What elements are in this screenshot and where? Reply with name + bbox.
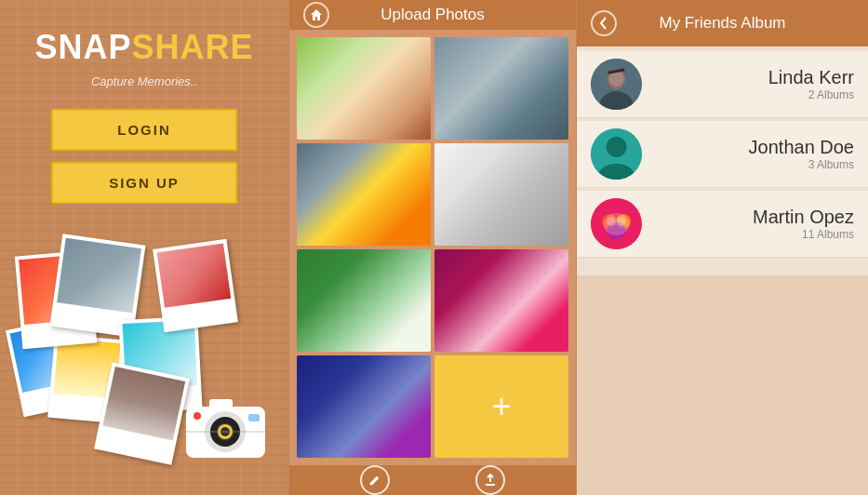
home-button[interactable] <box>303 2 329 28</box>
friend-info-jonthan: Jonthan Doe 3 Albums <box>656 137 854 171</box>
friend-info-martin: Martin Opez 11 Albums <box>656 207 854 241</box>
svg-point-8 <box>194 412 201 420</box>
photo-collage <box>0 216 288 486</box>
avatar-linda <box>591 59 642 110</box>
photo-rabbit[interactable] <box>297 37 431 140</box>
friend-albums-jonthan: 3 Albums <box>656 158 854 171</box>
svg-point-21 <box>607 137 627 157</box>
svg-rect-1 <box>209 399 233 410</box>
photo-bike[interactable] <box>434 37 568 140</box>
avatar-martin <box>591 198 642 249</box>
friend-name-jonthan: Jonthan Doe <box>656 137 854 158</box>
svg-point-29 <box>617 217 626 226</box>
friends-panel: My Friends Album Linda Kerr 2 Albums <box>577 0 868 495</box>
avatar-jonthan-image <box>591 128 642 180</box>
photo-couple[interactable] <box>434 249 568 352</box>
collage-photo-7 <box>94 362 190 465</box>
back-button[interactable] <box>591 10 617 36</box>
home-icon <box>310 8 323 21</box>
svg-point-18 <box>609 72 624 87</box>
add-photo-button[interactable]: + <box>434 355 568 458</box>
logo: SNAPSHARE <box>34 28 253 67</box>
friend-item-linda[interactable]: Linda Kerr 2 Albums <box>577 51 868 118</box>
upload-header: Upload Photos <box>289 0 576 30</box>
photo-grid: + <box>289 30 576 465</box>
back-icon <box>597 17 610 30</box>
signup-button[interactable]: SIGN UP <box>51 162 237 204</box>
photo-dandelion[interactable] <box>297 249 431 352</box>
svg-rect-7 <box>248 414 260 421</box>
avatar-martin-image <box>591 198 642 249</box>
login-button[interactable]: LOGIN <box>51 109 237 151</box>
login-panel: SNAPSHARE Capture Memories.. LOGIN SIGN … <box>0 0 288 495</box>
friend-albums-martin: 11 Albums <box>656 228 854 241</box>
friends-header: My Friends Album <box>577 0 868 47</box>
upload-icon <box>484 474 497 487</box>
friends-list: Linda Kerr 2 Albums Jonthan Doe 3 Albums <box>577 47 868 275</box>
svg-point-28 <box>607 217 616 226</box>
camera-icon <box>181 388 274 462</box>
friend-item-jonthan[interactable]: Jonthan Doe 3 Albums <box>577 121 868 188</box>
upload-panel: Upload Photos + <box>288 0 577 495</box>
svg-point-27 <box>604 213 630 235</box>
photo-event[interactable] <box>297 355 431 458</box>
svg-marker-11 <box>311 9 322 20</box>
friend-item-martin[interactable]: Martin Opez 11 Albums <box>577 191 868 258</box>
friend-info-linda: Linda Kerr 2 Albums <box>656 67 854 101</box>
avatar-linda-image <box>591 59 642 110</box>
logo-snap: SNAP <box>34 28 131 66</box>
tagline: Capture Memories.. <box>91 74 197 88</box>
upload-button[interactable] <box>475 465 505 495</box>
upload-title: Upload Photos <box>381 6 485 24</box>
plus-icon: + <box>491 387 511 426</box>
avatar-jonthan <box>591 128 642 180</box>
friends-title: My Friends Album <box>659 14 785 33</box>
friend-name-linda: Linda Kerr <box>656 67 854 88</box>
empty-area <box>577 275 868 495</box>
edit-button[interactable] <box>360 465 390 495</box>
photo-car[interactable] <box>297 143 431 246</box>
friend-albums-linda: 2 Albums <box>656 88 854 101</box>
collage-photo-6 <box>153 239 238 332</box>
upload-footer <box>289 465 576 495</box>
friend-name-martin: Martin Opez <box>656 207 854 228</box>
logo-share: SHARE <box>132 28 254 66</box>
photo-marilyn[interactable] <box>434 143 568 246</box>
edit-icon <box>368 474 381 487</box>
